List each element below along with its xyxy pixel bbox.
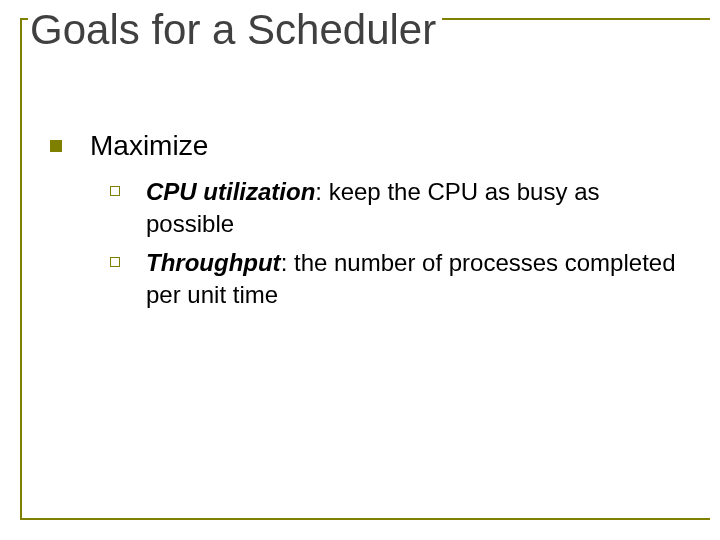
level2-text: Throughput: the number of processes comp… (146, 247, 690, 312)
level2-text: CPU utilization: keep the CPU as busy as… (146, 176, 690, 241)
bullet-level2: CPU utilization: keep the CPU as busy as… (110, 176, 690, 241)
term-label: Throughput (146, 249, 281, 276)
title-container: Goals for a Scheduler (28, 6, 442, 54)
bullet-level1: Maximize (40, 130, 690, 162)
hollow-square-bullet-icon (110, 186, 120, 196)
rule-bottom (20, 518, 710, 520)
slide: Goals for a Scheduler Maximize CPU utili… (0, 0, 720, 540)
level1-text: Maximize (90, 130, 208, 162)
term-label: CPU utilization (146, 178, 315, 205)
rule-left (20, 18, 22, 518)
slide-title: Goals for a Scheduler (30, 6, 436, 54)
bullet-level2: Throughput: the number of processes comp… (110, 247, 690, 312)
hollow-square-bullet-icon (110, 257, 120, 267)
square-bullet-icon (50, 140, 62, 152)
content-area: Maximize CPU utilization: keep the CPU a… (40, 130, 690, 318)
